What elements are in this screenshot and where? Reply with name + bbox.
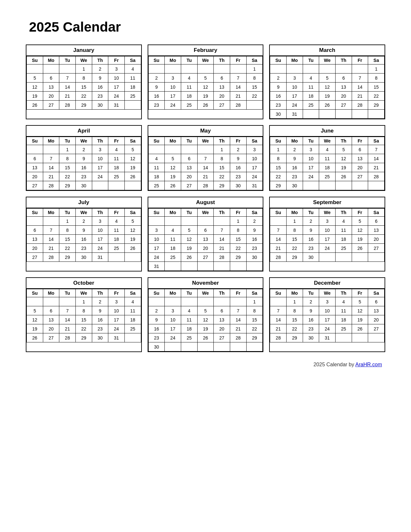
day-cell [43,145,59,154]
day-cell: 10 [303,154,319,163]
table-row: 10111213141516 [148,235,263,244]
day-cell: 19 [165,172,181,181]
day-cell [303,110,319,119]
day-cell: 1 [286,297,303,306]
day-cell: 15 [246,83,263,92]
day-header: Tu [59,209,76,217]
day-cell: 21 [270,244,287,253]
month-block-june: JuneSuMoTuWeThFrSa1234567891011121314151… [269,125,385,191]
day-cell [368,333,385,342]
day-cell: 12 [124,226,141,235]
table-row: 9101112131415 [148,315,263,324]
footer-link[interactable]: AraHR.com [355,362,382,367]
day-cell: 21 [214,244,230,253]
day-cell: 19 [197,92,214,101]
day-header: Tu [181,137,197,145]
day-cell: 27 [197,253,214,262]
day-cell [230,297,246,306]
day-cell: 22 [214,172,230,181]
day-cell [368,253,385,262]
day-cell: 29 [75,333,92,342]
day-cell: 21 [352,92,368,101]
day-cell: 28 [270,333,287,342]
day-cell: 11 [335,226,352,235]
day-header: Fr [108,289,125,297]
day-cell: 6 [368,297,385,306]
day-cell: 21 [59,324,76,333]
day-cell: 27 [335,101,352,110]
day-cell: 28 [43,253,59,262]
day-cell: 3 [92,217,108,226]
day-cell: 6 [181,154,197,163]
day-header: Su [270,209,287,217]
day-header: Fr [230,289,246,297]
day-header: Mo [43,209,59,217]
day-header: Fr [108,137,125,145]
day-cell: 16 [246,235,263,244]
table-row: 12345 [27,145,141,154]
day-cell: 13 [43,83,59,92]
day-header: Mo [165,289,181,297]
day-cell: 11 [319,154,336,163]
day-cell: 19 [27,92,43,101]
day-cell: 10 [148,235,165,244]
day-cell: 15 [286,235,303,244]
table-row: 45678910 [148,154,263,163]
day-cell: 30 [92,101,108,110]
day-cell: 27 [43,333,59,342]
day-cell: 12 [319,83,336,92]
day-cell: 2 [148,306,165,315]
day-cell: 26 [124,244,141,253]
day-header: Th [92,289,108,297]
day-cell: 24 [165,101,181,110]
day-cell: 24 [319,324,336,333]
day-cell: 6 [335,74,352,83]
table-row: 30 [148,342,263,351]
day-cell: 18 [108,163,125,172]
day-cell: 6 [352,145,368,154]
day-cell [124,333,141,342]
day-cell: 30 [270,110,287,119]
day-cell: 1 [246,297,263,306]
day-cell: 7 [352,74,368,83]
table-row: 262728293031 [27,333,141,342]
day-cell [165,217,181,226]
month-title-december: December [270,278,385,289]
day-header: We [197,209,214,217]
day-cell: 12 [27,315,43,324]
day-cell: 24 [148,253,165,262]
day-header: Th [335,137,352,145]
day-cell: 5 [124,217,141,226]
day-cell: 24 [303,172,319,181]
month-table-april: SuMoTuWeThFrSa12345678910111213141516171… [26,137,141,190]
day-cell: 14 [59,315,76,324]
table-row: 18192021222324 [148,172,263,181]
day-cell: 3 [319,217,336,226]
day-cell: 31 [148,262,165,271]
month-block-december: DecemberSuMoTuWeThFrSa123456789101112131… [269,277,385,352]
day-header: Su [27,209,43,217]
day-cell: 22 [270,172,287,181]
day-cell: 1 [230,217,246,226]
day-cell: 10 [319,306,336,315]
day-cell: 7 [230,306,246,315]
day-cell: 18 [148,172,165,181]
day-cell: 17 [108,315,125,324]
day-header: Su [27,289,43,297]
table-row: 17181920212223 [148,244,263,253]
day-cell: 10 [246,154,263,163]
day-cell: 15 [246,315,263,324]
day-cell: 19 [319,92,336,101]
day-cell: 29 [59,181,76,190]
day-cell: 22 [286,324,303,333]
day-cell [124,181,141,190]
day-cell [319,64,336,74]
day-cell: 9 [75,226,92,235]
day-cell: 18 [181,324,197,333]
day-cell: 3 [165,306,181,315]
day-cell: 29 [270,181,287,190]
day-cell [368,110,385,119]
day-cell: 28 [352,101,368,110]
day-cell: 23 [148,333,165,342]
table-row: 12131415161718 [27,315,141,324]
